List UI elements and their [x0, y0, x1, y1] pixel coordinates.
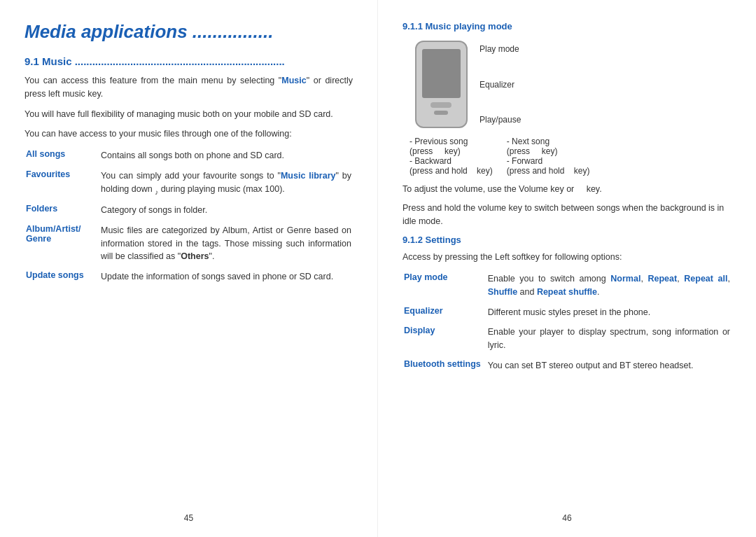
phone-nav-button	[430, 102, 451, 108]
phone-mockup	[415, 41, 468, 128]
term-folders: Folders	[26, 204, 99, 223]
label-play-pause: Play/pause	[479, 115, 521, 125]
desc-all-songs: Contains all songs both on phone and SD …	[101, 149, 351, 168]
table-row: Folders Category of songs in folder.	[26, 204, 351, 223]
next-song-label: - Next song	[507, 137, 590, 146]
table-row: All songs Contains all songs both on pho…	[26, 149, 351, 168]
page-number-right: 46	[562, 513, 571, 523]
nav-labels-row: - Previous song (press key) - Backward (…	[410, 137, 732, 176]
prev-song-label: - Previous song	[410, 137, 493, 146]
definitions-table: All songs Contains all songs both on pho…	[24, 148, 353, 291]
settings-intro: Access by pressing the Left softkey for …	[402, 251, 732, 264]
section-9-1-2-heading: 9.1.2 Settings	[402, 235, 732, 245]
term-display: Display	[404, 326, 486, 358]
term-play-mode: Play mode	[404, 272, 486, 305]
forward-label: - Forward	[507, 156, 590, 166]
para1: You can access this feature from the mai…	[24, 74, 353, 101]
volume-text2: Press and hold the volume key to switch …	[402, 202, 732, 228]
table-row: Equalizer Different music styles preset …	[404, 306, 730, 325]
table-row: Bluetooth settings You can set BT stereo…	[404, 359, 730, 378]
nav-right-col: - Next song (press key) - Forward (press…	[507, 137, 590, 176]
backward-label: - Backward	[410, 156, 493, 166]
term-album-artist-genre: Album/Artist/Genre	[26, 224, 99, 269]
desc-update-songs: Update the information of songs saved in…	[101, 270, 351, 289]
term-update-songs: Update songs	[26, 270, 99, 289]
backward-hold-label: (press and hold key)	[410, 166, 493, 176]
forward-hold-label: (press and hold key)	[507, 166, 590, 176]
table-row: Favourites You can simply add your favou…	[26, 169, 351, 202]
nav-left-col: - Previous song (press key) - Backward (…	[410, 137, 493, 176]
bold-repeat-all: Repeat all	[684, 274, 727, 284]
label-equalizer: Equalizer	[479, 80, 521, 90]
term-equalizer: Equalizer	[404, 306, 486, 325]
desc-album-artist-genre: Music files are categorized by Album, Ar…	[101, 224, 351, 269]
term-bluetooth-settings: Bluetooth settings	[404, 359, 486, 378]
table-row: Play mode Enable you to switch among Nor…	[404, 272, 730, 305]
phone-confirm-button	[434, 111, 448, 115]
bold-normal: Normal	[610, 274, 640, 284]
volume-text1: To adjust the volume, use the Volume key…	[402, 183, 732, 196]
music-playing-section: Play mode Equalizer Play/pause	[402, 37, 732, 128]
phone-labels: Play mode Equalizer Play/pause	[479, 41, 521, 128]
page-title: Media applications ................	[24, 21, 353, 43]
para2: You will have full flexibility of managi…	[24, 108, 353, 121]
desc-equalizer: Different music styles preset in the pho…	[488, 306, 730, 325]
para3: You can have access to your music files …	[24, 127, 353, 141]
page-number-left: 45	[184, 513, 193, 523]
prev-press-label: (press key)	[410, 146, 493, 156]
table-row: Album/Artist/Genre Music files are categ…	[26, 224, 351, 269]
settings-definitions-table: Play mode Enable you to switch among Nor…	[402, 271, 732, 379]
bold-others: Others	[181, 251, 209, 261]
table-row: Display Enable your player to display sp…	[404, 326, 730, 358]
label-play-mode: Play mode	[479, 44, 521, 54]
section-9-1-heading: 9.1 Music ..............................…	[24, 55, 353, 67]
phone-screen	[422, 49, 461, 98]
next-press-label: (press key)	[507, 146, 590, 156]
bold-music: Music	[281, 76, 306, 85]
desc-play-mode: Enable you to switch among Normal, Repea…	[488, 272, 730, 305]
term-favourites: Favourites	[26, 169, 99, 202]
section-9-1-1-heading: 9.1.1 Music playing mode	[402, 21, 732, 32]
bold-music-library: Music library	[281, 171, 336, 181]
bold-shuffle: Shuffle	[488, 287, 517, 297]
table-row: Update songs Update the information of s…	[26, 270, 351, 289]
right-page: 9.1.1 Music playing mode Play mode Equal…	[378, 0, 756, 537]
desc-display: Enable your player to display spectrum, …	[488, 326, 730, 358]
phone-mockup-container	[402, 37, 479, 128]
left-page: Media applications ................ 9.1 …	[0, 0, 378, 537]
bold-repeat: Repeat	[648, 274, 678, 284]
term-all-songs: All songs	[26, 149, 99, 168]
desc-favourites: You can simply add your favourite songs …	[101, 169, 351, 202]
desc-bluetooth-settings: You can set BT stereo output and BT ster…	[488, 359, 730, 378]
bold-repeat-shuffle: Repeat shuffle	[537, 287, 597, 297]
desc-folders: Category of songs in folder.	[101, 204, 351, 223]
